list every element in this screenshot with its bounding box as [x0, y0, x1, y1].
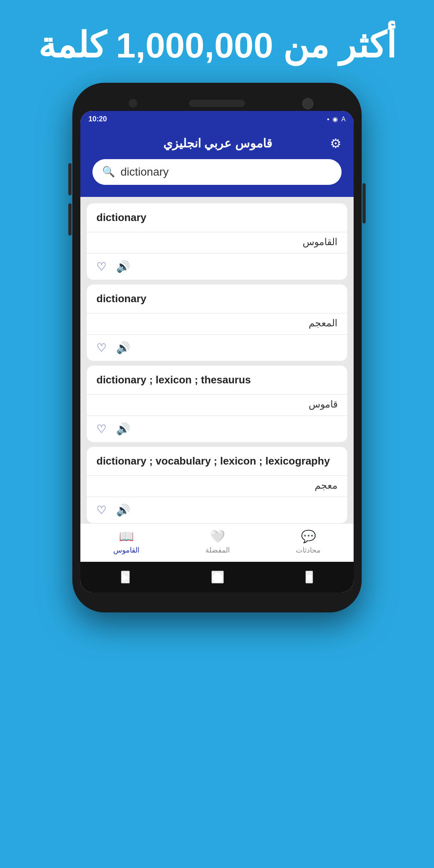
- results-area: dictionary القاموس ♡ 🔊 dictionary المعجم: [80, 197, 354, 523]
- dictionary-nav-label: القاموس: [113, 546, 139, 555]
- card-divider-2: [87, 313, 347, 313]
- gear-icon[interactable]: ⚙: [330, 136, 342, 151]
- card-english-3: dictionary ; lexicon ; thesaurus: [96, 374, 338, 386]
- favorite-btn-3[interactable]: ♡: [96, 422, 106, 436]
- result-card-4: dictionary ; vocabulary ; lexicon ; lexi…: [87, 447, 347, 523]
- android-home-btn[interactable]: ⬤: [211, 571, 224, 583]
- result-card-3: dictionary ; lexicon ; thesaurus قاموس ♡…: [87, 366, 347, 442]
- favorite-btn-2[interactable]: ♡: [96, 341, 106, 354]
- card-actions-3: ♡ 🔊: [87, 416, 347, 442]
- card-divider-3: [87, 394, 347, 395]
- search-input[interactable]: dictionary: [121, 166, 332, 178]
- status-time: 10:20: [88, 115, 107, 123]
- card-english-1: dictionary: [96, 211, 338, 224]
- top-banner: أكثر من 1,000,000 كلمة: [0, 0, 434, 83]
- conversations-nav-icon: 💬: [301, 529, 316, 543]
- conversations-nav-label: محادثات: [296, 546, 321, 555]
- front-camera: [129, 99, 137, 108]
- search-icon: 🔍: [102, 166, 115, 178]
- card-arabic-1: القاموس: [87, 236, 347, 253]
- volume-down-button: [68, 203, 72, 235]
- card-actions-2: ♡ 🔊: [87, 335, 347, 361]
- wifi-icon: A: [341, 116, 346, 123]
- favorite-btn-4[interactable]: ♡: [96, 504, 106, 517]
- nav-item-dictionary[interactable]: 📖 القاموس: [113, 529, 139, 555]
- card-actions-4: ♡ 🔊: [87, 497, 347, 523]
- sensor: [302, 98, 313, 109]
- speaker: [189, 100, 245, 107]
- android-recent-btn[interactable]: ▶: [121, 571, 130, 583]
- result-card-2: dictionary المعجم ♡ 🔊: [87, 285, 347, 361]
- power-button: [362, 183, 366, 223]
- header-title: قاموس عربي انجليزي: [105, 136, 330, 150]
- nav-item-conversations[interactable]: 💬 محادثات: [296, 529, 321, 555]
- favorites-nav-label: المفضلة: [205, 546, 230, 555]
- status-bar: 10:20 ▪ ◉ A: [80, 111, 354, 128]
- card-arabic-3: قاموس: [87, 399, 347, 416]
- card-english-4: dictionary ; vocabulary ; lexicon ; lexi…: [96, 455, 338, 467]
- card-arabic-4: معجم: [87, 480, 347, 497]
- card-top-3: dictionary ; lexicon ; thesaurus: [87, 366, 347, 394]
- phone-screen: 10:20 ▪ ◉ A ⚙ قاموس عربي انجليزي 🔍 dicti…: [80, 111, 354, 592]
- card-top-4: dictionary ; vocabulary ; lexicon ; lexi…: [87, 447, 347, 475]
- volume-up-button: [68, 163, 72, 195]
- card-actions-1: ♡ 🔊: [87, 254, 347, 280]
- card-top-2: dictionary: [87, 285, 347, 313]
- card-top-1: dictionary: [87, 203, 347, 232]
- nav-item-favorites[interactable]: 🤍 المفضلة: [205, 529, 230, 555]
- search-container: 🔍 dictionary: [80, 159, 354, 197]
- card-arabic-2: المعجم: [87, 317, 347, 334]
- phone-frame: 10:20 ▪ ◉ A ⚙ قاموس عربي انجليزي 🔍 dicti…: [72, 83, 362, 612]
- card-divider-1: [87, 232, 347, 232]
- dictionary-nav-icon: 📖: [119, 529, 134, 543]
- banner-title: أكثر من 1,000,000 كلمة: [24, 24, 410, 67]
- result-card-1: dictionary القاموس ♡ 🔊: [87, 203, 347, 280]
- bottom-nav: 📖 القاموس 🤍 المفضلة 💬 محادثات: [80, 523, 354, 562]
- card-divider-4: [87, 475, 347, 476]
- favorite-btn-1[interactable]: ♡: [96, 260, 106, 273]
- audio-btn-4[interactable]: 🔊: [116, 504, 130, 517]
- audio-btn-1[interactable]: 🔊: [116, 260, 130, 273]
- android-nav: ▶ ⬤ ■: [80, 562, 354, 592]
- audio-btn-3[interactable]: 🔊: [116, 422, 130, 436]
- android-back-btn[interactable]: ■: [305, 571, 313, 583]
- notch-area: [80, 95, 354, 107]
- card-english-2: dictionary: [96, 293, 338, 305]
- signal-icon: ◉: [332, 115, 338, 123]
- battery-icon: ▪: [327, 116, 330, 123]
- search-bar[interactable]: 🔍 dictionary: [92, 159, 342, 185]
- audio-btn-2[interactable]: 🔊: [116, 341, 130, 354]
- favorites-nav-icon: 🤍: [210, 529, 225, 543]
- status-icons: ▪ ◉ A: [327, 115, 346, 123]
